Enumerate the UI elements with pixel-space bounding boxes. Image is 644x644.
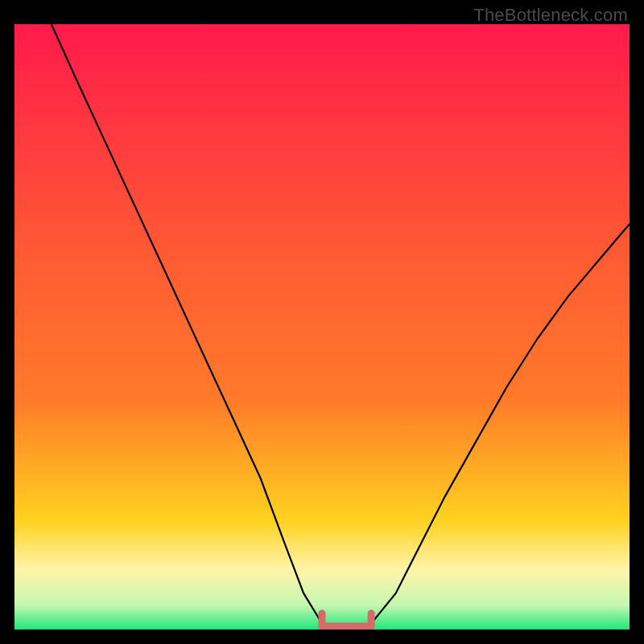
watermark-text: TheBottleneck.com (473, 5, 628, 26)
gradient-background (14, 24, 630, 630)
chart-frame: TheBottleneck.com (0, 0, 644, 644)
plot-area (14, 24, 630, 630)
chart-svg (14, 24, 630, 630)
